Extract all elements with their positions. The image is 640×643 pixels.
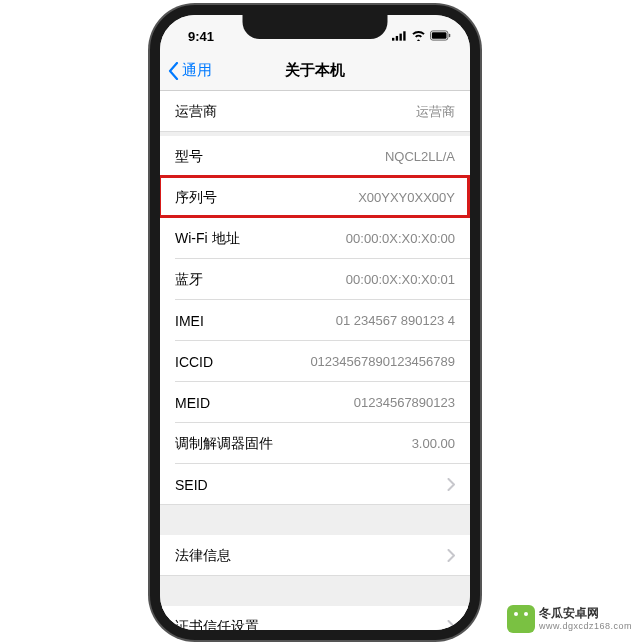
row-label: 证书信任设置 — [175, 618, 259, 631]
row-value: 01 234567 890123 4 — [336, 313, 455, 328]
settings-row: 型号NQCL2LL/A — [160, 136, 470, 177]
settings-row: ICCID0123456789012345​6789 — [160, 341, 470, 382]
settings-group: 型号NQCL2LL/A序列号X00YXY0XX00YWi-Fi 地址00:00:… — [160, 136, 470, 505]
content[interactable]: 运营商运营商型号NQCL2LL/A序列号X00YXY0XX00YWi-Fi 地址… — [160, 91, 470, 630]
settings-row[interactable]: 证书信任设置 — [160, 606, 470, 630]
status-time: 9:41 — [188, 29, 214, 44]
settings-row: 调制解调器固件3.00.00 — [160, 423, 470, 464]
svg-rect-3 — [403, 31, 405, 40]
settings-row[interactable]: 法律信息 — [160, 535, 470, 576]
row-right: 01 234567 890123 4 — [336, 313, 455, 328]
chevron-left-icon — [168, 62, 179, 80]
row-right — [439, 549, 455, 562]
settings-row: 运营商运营商 — [160, 91, 470, 132]
settings-row: 序列号X00YXY0XX00Y — [160, 177, 470, 218]
row-label: 调制解调器固件 — [175, 435, 273, 453]
row-value: 0123456789012345​6789 — [310, 354, 455, 369]
signal-icon — [392, 29, 407, 44]
row-right: 00:00:0X:X0:X0:00 — [346, 231, 455, 246]
settings-row[interactable]: SEID — [160, 464, 470, 505]
row-value: NQCL2LL/A — [385, 149, 455, 164]
row-right: 运营商 — [416, 103, 455, 121]
row-value: 3.00.00 — [412, 436, 455, 451]
wifi-icon — [411, 29, 426, 44]
row-label: ICCID — [175, 354, 213, 370]
nav-title: 关于本机 — [285, 61, 345, 80]
settings-row: 蓝牙00:00:0X:X0:X0:01 — [160, 259, 470, 300]
svg-rect-0 — [392, 37, 394, 40]
phone-frame: 9:41 通用 关于本机 运营商运营商型号NQCL2LL/A序列号X00YXY0… — [150, 5, 480, 640]
row-label: 蓝牙 — [175, 271, 203, 289]
row-right: 01234567890123 — [354, 395, 455, 410]
chevron-right-icon — [447, 478, 455, 491]
row-value: 01234567890123 — [354, 395, 455, 410]
nav-bar: 通用 关于本机 — [160, 51, 470, 91]
settings-row: MEID01234567890123 — [160, 382, 470, 423]
brand-name: 冬瓜安卓网 — [539, 607, 632, 620]
group-gap — [160, 505, 470, 535]
row-right: NQCL2LL/A — [385, 149, 455, 164]
settings-group: 运营商运营商 — [160, 91, 470, 132]
back-label: 通用 — [182, 61, 212, 80]
row-value: X00YXY0XX00Y — [358, 190, 455, 205]
row-value: 运营商 — [416, 103, 455, 121]
row-label: Wi-Fi 地址 — [175, 230, 240, 248]
row-right: 00:00:0X:X0:X0:01 — [346, 272, 455, 287]
group-gap — [160, 576, 470, 606]
row-label: 运营商 — [175, 103, 217, 121]
row-value: 00:00:0X:X0:X0:01 — [346, 272, 455, 287]
notch — [243, 13, 388, 39]
row-label: 法律信息 — [175, 547, 231, 565]
brand-url: www.dgxcdz168.com — [539, 621, 632, 631]
settings-row: IMEI01 234567 890123 4 — [160, 300, 470, 341]
svg-rect-2 — [400, 33, 402, 40]
status-icons — [392, 29, 452, 44]
row-right: 3.00.00 — [412, 436, 455, 451]
chevron-right-icon — [447, 620, 455, 630]
brand-icon — [507, 605, 535, 633]
chevron-right-icon — [447, 549, 455, 562]
row-label: 型号 — [175, 148, 203, 166]
back-button[interactable]: 通用 — [168, 61, 212, 80]
row-value: 00:00:0X:X0:X0:00 — [346, 231, 455, 246]
settings-row: Wi-Fi 地址00:00:0X:X0:X0:00 — [160, 218, 470, 259]
battery-icon — [430, 29, 452, 44]
row-label: IMEI — [175, 313, 204, 329]
footer-brand: 冬瓜安卓网 www.dgxcdz168.com — [507, 605, 632, 633]
row-label: 序列号 — [175, 189, 217, 207]
svg-rect-5 — [432, 32, 447, 38]
settings-group: 证书信任设置 — [160, 606, 470, 630]
row-label: SEID — [175, 477, 208, 493]
row-right: X00YXY0XX00Y — [358, 190, 455, 205]
row-label: MEID — [175, 395, 210, 411]
svg-rect-1 — [396, 35, 398, 40]
row-right — [439, 620, 455, 630]
svg-rect-6 — [449, 33, 450, 37]
row-right: 0123456789012345​6789 — [310, 354, 455, 369]
settings-group: 法律信息 — [160, 535, 470, 576]
row-right — [439, 478, 455, 491]
